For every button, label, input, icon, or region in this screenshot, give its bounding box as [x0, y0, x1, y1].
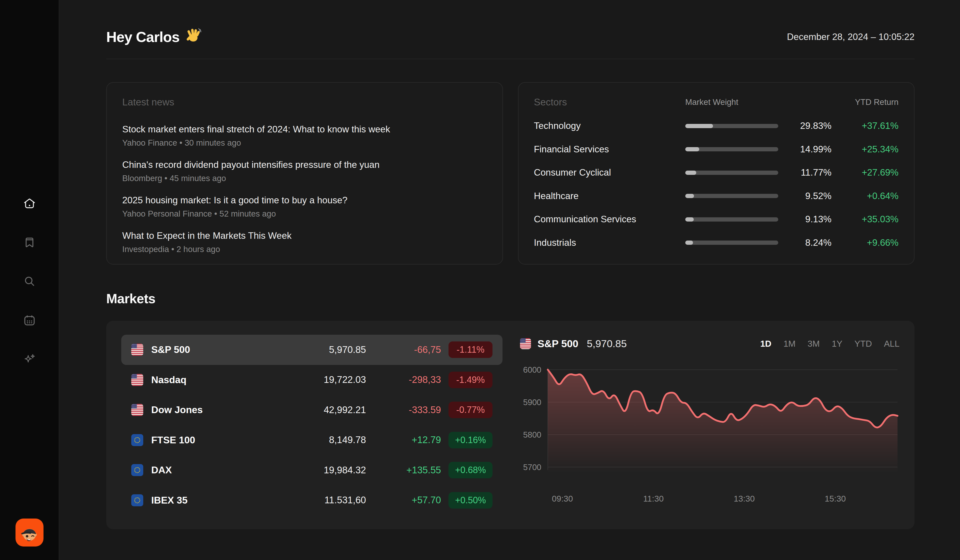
index-pct-badge: -1.11%: [448, 341, 493, 358]
eu-flag-icon: [131, 434, 143, 446]
user-avatar[interactable]: [16, 519, 43, 547]
sidebar-item-bookmark[interactable]: [23, 236, 36, 249]
index-name: DAX: [151, 464, 269, 475]
news-item[interactable]: What to Expect in the Markets This WeekI…: [122, 231, 487, 254]
market-weight-bar: [685, 217, 778, 222]
index-value: 8,149.78: [276, 435, 366, 445]
news-headline: Stock market enters final stretch of 202…: [122, 124, 487, 135]
index-name: Nasdaq: [151, 375, 269, 385]
sidebar-item-home[interactable]: [23, 197, 36, 210]
top-cards: Latest news Stock market enters final st…: [106, 82, 915, 265]
market-weight-bar: [685, 171, 778, 175]
index-value: 5,970.85: [276, 345, 366, 355]
sector-row: Communication Services9.13%+35.03%: [534, 214, 899, 225]
header-divider: [106, 59, 915, 59]
index-pct-badge: +0.16%: [448, 432, 493, 448]
index-pct-badge: -1.49%: [448, 372, 493, 388]
sector-weight-value: 11.77%: [788, 168, 832, 178]
news-item[interactable]: 2025 housing market: Is it a good time t…: [122, 195, 487, 219]
chart-area: S&P 500 5,970.85 1D1M3M1YYTDALL 60005900…: [520, 335, 899, 515]
index-name: S&P 500: [151, 344, 269, 355]
timeframe-1m[interactable]: 1M: [784, 339, 796, 349]
chart-header: S&P 500 5,970.85 1D1M3M1YYTDALL: [520, 335, 899, 353]
sector-name: Financial Services: [534, 144, 676, 155]
svg-text:5800: 5800: [523, 430, 541, 439]
sidebar-item-sparkles[interactable]: [23, 353, 36, 366]
index-change: -298,33: [373, 375, 441, 385]
svg-text:09:30: 09:30: [552, 494, 573, 503]
page-header: Hey Carlos December 28, 2024 – 10:05:22: [106, 27, 915, 47]
home-icon: [23, 197, 36, 210]
sector-weight-value: 29.83%: [788, 121, 832, 131]
bookmark-icon: [23, 236, 36, 249]
datetime: December 28, 2024 – 10:05:22: [787, 32, 915, 42]
index-change: -333.59: [373, 405, 441, 415]
index-change: +12.79: [373, 435, 441, 445]
news-headline: What to Expect in the Markets This Week: [122, 231, 487, 241]
sector-weight-value: 9.13%: [788, 214, 832, 225]
market-weight-bar: [685, 147, 778, 152]
sector-ytd-return: +35.03%: [841, 214, 899, 225]
index-change: -66,75: [373, 345, 441, 355]
market-row-dax[interactable]: DAX19,984.32+135.55+0.68%: [121, 455, 502, 485]
sector-row: Technology29.83%+37.61%: [534, 121, 899, 131]
sector-weight-value: 14.99%: [788, 144, 832, 155]
sidebar-nav: [23, 197, 36, 366]
index-value: 19,722.03: [276, 375, 366, 385]
timeframe-3m[interactable]: 3M: [808, 339, 820, 349]
markets-title: Markets: [106, 291, 915, 306]
sectors-card: Sectors Market Weight YTD Return Technol…: [518, 82, 915, 265]
sidebar-item-calendar[interactable]: [23, 314, 36, 327]
index-pct-badge: +0.68%: [448, 462, 493, 478]
news-meta: Investopedia • 2 hours ago: [122, 244, 487, 254]
news-item[interactable]: China's record dividend payout intensifi…: [122, 160, 487, 183]
news-headline: China's record dividend payout intensifi…: [122, 160, 487, 170]
markets-panel: S&P 5005,970.85-66,75-1.11%Nasdaq19,722.…: [106, 321, 915, 529]
col-market-weight: Market Weight: [685, 97, 778, 107]
price-chart: 600059005800570009:3011:3013:3015:30: [520, 355, 899, 515]
chart-index-name: S&P 500: [538, 338, 578, 350]
sector-weight-value: 9.52%: [788, 191, 832, 201]
svg-text:6000: 6000: [523, 365, 541, 375]
svg-text:11:30: 11:30: [643, 494, 664, 503]
index-value: 11.531,60: [276, 495, 366, 506]
news-list: Stock market enters final stretch of 202…: [122, 124, 487, 254]
sector-row: Consumer Cyclical11.77%+27.69%: [534, 168, 899, 178]
sector-row: Industrials8.24%+9.66%: [534, 238, 899, 248]
market-row-s-p-500[interactable]: S&P 5005,970.85-66,75-1.11%: [121, 335, 502, 365]
svg-text:15:30: 15:30: [825, 494, 846, 503]
timeframe-1y[interactable]: 1Y: [832, 339, 843, 349]
index-value: 19,984.32: [276, 465, 366, 475]
market-row-dow-jones[interactable]: Dow Jones42,992.21-333.59-0.77%: [121, 395, 502, 425]
index-pct-badge: +0.50%: [448, 492, 493, 509]
sector-weight-value: 8.24%: [788, 238, 832, 248]
chart-index-value: 5,970.85: [587, 338, 627, 350]
sector-name: Healthcare: [534, 191, 676, 201]
sectors-header-row: Sectors Market Weight YTD Return: [534, 97, 899, 108]
timeframe-1d[interactable]: 1D: [760, 339, 771, 349]
index-name: FTSE 100: [151, 435, 269, 446]
sidebar-item-search[interactable]: [23, 275, 36, 288]
eu-flag-icon: [131, 464, 143, 476]
timeframe-ytd[interactable]: YTD: [854, 339, 872, 349]
sector-name: Communication Services: [534, 214, 676, 225]
sectors-card-title: Sectors: [534, 97, 676, 108]
timeframe-all[interactable]: ALL: [884, 339, 899, 349]
eu-flag-icon: [131, 494, 143, 506]
sector-rows: Technology29.83%+37.61%Financial Service…: [534, 121, 899, 250]
market-row-ibex-35[interactable]: IBEX 3511.531,60+57.70+0.50%: [121, 485, 502, 515]
waving-hand-icon: [185, 27, 202, 47]
index-change: +135.55: [373, 465, 441, 475]
sector-row: Financial Services14.99%+25.34%: [534, 144, 899, 155]
news-item[interactable]: Stock market enters final stretch of 202…: [122, 124, 487, 148]
market-row-ftse-100[interactable]: FTSE 1008,149.78+12.79+0.16%: [121, 425, 502, 455]
greeting: Hey Carlos: [106, 27, 202, 47]
sector-ytd-return: +37.61%: [841, 121, 899, 131]
market-row-nasdaq[interactable]: Nasdaq19,722.03-298,33-1.49%: [121, 365, 502, 395]
timeframe-switcher: 1D1M3M1YYTDALL: [760, 339, 899, 349]
us-flag-icon: [520, 338, 531, 349]
sector-row: Healthcare9.52%+0.64%: [534, 191, 899, 201]
us-flag-icon: [131, 374, 143, 386]
sparkles-icon: [23, 353, 36, 366]
main-content: Hey Carlos December 28, 2024 – 10:05:22 …: [59, 0, 960, 560]
